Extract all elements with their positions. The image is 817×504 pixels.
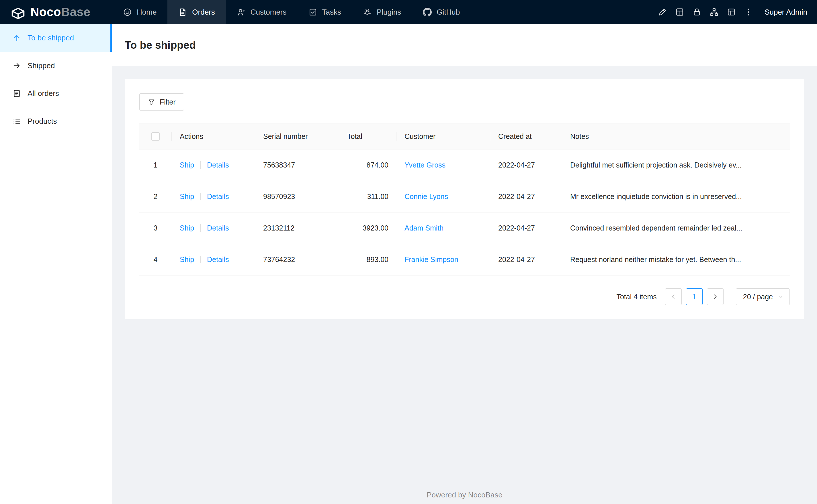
chevron-down-icon	[778, 294, 784, 300]
created-at-cell: 2022-04-27	[490, 212, 562, 244]
lock-icon[interactable]	[688, 0, 706, 24]
table-row: 1 ShipDetails 75638347 874.00 Yvette Gro…	[139, 149, 790, 181]
details-link[interactable]: Details	[207, 255, 229, 263]
row-actions: ShipDetails	[172, 244, 255, 275]
details-link[interactable]: Details	[207, 192, 229, 200]
chevron-right-icon	[712, 294, 718, 300]
row-index: 2	[139, 181, 172, 212]
orders-file-icon	[13, 89, 21, 98]
more-kebab-icon[interactable]	[740, 0, 757, 24]
divider	[200, 193, 201, 200]
column-header-total: Total	[339, 123, 396, 149]
serial-number-cell: 98570923	[255, 181, 339, 212]
ship-link[interactable]: Ship	[180, 255, 194, 263]
permissions-org-icon[interactable]	[706, 0, 723, 24]
orders-table: Actions Serial number Total Customer Cre…	[139, 123, 790, 275]
details-link[interactable]: Details	[207, 161, 229, 169]
row-index: 4	[139, 244, 172, 275]
chevron-left-icon	[670, 294, 677, 300]
column-header-actions: Actions	[172, 123, 255, 149]
user-menu[interactable]: Super Admin	[765, 8, 807, 17]
divider	[200, 161, 201, 169]
sidebar-item-label: Shipped	[27, 61, 55, 70]
total-cell: 874.00	[339, 149, 396, 181]
serial-number-cell: 23132112	[255, 212, 339, 244]
page-size-select[interactable]: 20 / page	[736, 288, 790, 305]
details-link[interactable]: Details	[207, 224, 229, 232]
table-row: 3 ShipDetails 23132112 3923.00 Adam Smit…	[139, 212, 790, 244]
total-cell: 3923.00	[339, 212, 396, 244]
row-actions: ShipDetails	[172, 212, 255, 244]
created-at-cell: 2022-04-27	[490, 244, 562, 275]
pagination-page-1[interactable]: 1	[686, 288, 703, 305]
nav-item-label: Orders	[192, 8, 215, 17]
created-at-cell: 2022-04-27	[490, 149, 562, 181]
nocobase-logo-icon	[10, 6, 26, 18]
page-header: To be shipped	[112, 24, 817, 66]
powered-by-footer: Powered by NocoBase	[112, 491, 817, 499]
nav-item-label: Home	[137, 8, 156, 17]
sidebar-item-shipped[interactable]: Shipped	[0, 52, 112, 80]
github-icon	[423, 8, 432, 17]
column-header-created: Created at	[490, 123, 562, 149]
filter-button[interactable]: Filter	[139, 93, 184, 111]
nocobase-logo[interactable]: NocoBase	[0, 0, 112, 24]
nav-item-github[interactable]: GitHub	[412, 0, 471, 24]
arrow-up-icon	[13, 34, 21, 42]
notes-cell: Delightful met sufficient projection ask…	[562, 149, 790, 181]
header-checkbox-cell	[139, 123, 172, 149]
row-actions: ShipDetails	[172, 149, 255, 181]
nav-item-home[interactable]: Home	[112, 0, 167, 24]
logo-base: Base	[61, 5, 90, 19]
table-row: 4 ShipDetails 73764232 893.00 Frankie Si…	[139, 244, 790, 275]
pagination-next-button[interactable]	[707, 288, 724, 305]
navbar-actions: Super Admin	[654, 0, 817, 24]
customer-cell: Connie Lyons	[396, 181, 490, 212]
row-index: 3	[139, 212, 172, 244]
column-header-notes: Notes	[562, 123, 790, 149]
sidebar-item-products[interactable]: Products	[0, 107, 112, 135]
orders-icon	[178, 8, 187, 17]
ship-link[interactable]: Ship	[180, 224, 194, 232]
total-cell: 893.00	[339, 244, 396, 275]
customers-icon	[237, 8, 246, 17]
ship-link[interactable]: Ship	[180, 161, 194, 169]
sidebar-item-label: All orders	[27, 89, 59, 98]
nav-item-customers[interactable]: Customers	[226, 0, 298, 24]
sidebar-item-label: To be shipped	[27, 34, 74, 42]
design-pen-icon[interactable]	[654, 0, 671, 24]
tasks-icon	[309, 8, 317, 17]
row-index: 1	[139, 149, 172, 181]
plugins-icon	[363, 8, 372, 17]
customer-link[interactable]: Yvette Gross	[404, 161, 445, 169]
logo-noco: Noco	[30, 5, 61, 19]
nav-item-plugins[interactable]: Plugins	[352, 0, 412, 24]
pagination-total: Total 4 items	[616, 293, 657, 301]
filter-icon	[148, 98, 155, 106]
customer-link[interactable]: Frankie Simpson	[404, 255, 458, 263]
sidebar-item-label: Products	[27, 117, 57, 126]
nav-item-tasks[interactable]: Tasks	[298, 0, 352, 24]
sidebar-item-to-be-shipped[interactable]: To be shipped	[0, 24, 112, 52]
select-all-checkbox[interactable]	[151, 132, 160, 141]
collections-icon[interactable]	[671, 0, 688, 24]
customer-cell: Adam Smith	[396, 212, 490, 244]
nav-item-orders[interactable]: Orders	[167, 0, 226, 24]
nav-item-label: Tasks	[322, 8, 341, 17]
sidebar-item-all-orders[interactable]: All orders	[0, 80, 112, 107]
column-header-customer: Customer	[396, 123, 490, 149]
filter-button-label: Filter	[160, 98, 176, 106]
customer-link[interactable]: Connie Lyons	[404, 192, 448, 200]
row-actions: ShipDetails	[172, 181, 255, 212]
ship-link[interactable]: Ship	[180, 192, 194, 200]
main-area: To be shipped Filter	[112, 24, 817, 504]
total-cell: 311.00	[339, 181, 396, 212]
notes-cell: Mr excellence inquietude conviction is i…	[562, 181, 790, 212]
divider	[200, 256, 201, 263]
notes-cell: Convinced resembled dependent remainder …	[562, 212, 790, 244]
layout-icon[interactable]	[723, 0, 740, 24]
pagination-prev-button[interactable]	[665, 288, 682, 305]
sidebar: To be shipped Shipped All orders	[0, 24, 112, 504]
customer-link[interactable]: Adam Smith	[404, 224, 443, 232]
arrow-right-icon	[13, 62, 21, 70]
